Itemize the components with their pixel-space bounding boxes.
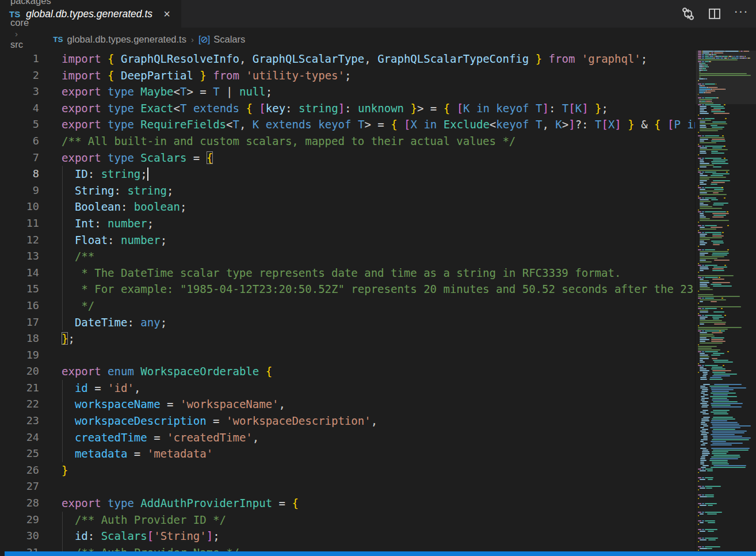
line-number[interactable]: 27 — [0, 478, 39, 495]
line-number[interactable]: 22 — [0, 396, 39, 413]
code-line-7[interactable]: 7export type Scalars = { — [0, 150, 695, 166]
code-line-16[interactable]: 16 */ — [0, 298, 695, 314]
minimap-line — [700, 496, 707, 497]
code-line-5[interactable]: 5export type RequireFields<T, K extends … — [0, 116, 695, 133]
code-line-19[interactable]: 19 — [0, 347, 695, 364]
line-number[interactable]: 4 — [0, 100, 39, 117]
code-line-13[interactable]: 13 /** — [0, 248, 695, 265]
code-token: [ — [259, 102, 265, 115]
line-number[interactable]: 2 — [0, 67, 39, 84]
code-text: /** Auth Provider Name */ — [39, 544, 695, 551]
code-line-2[interactable]: 2import { DeepPartial } from 'utility-ty… — [0, 67, 695, 84]
code-line-20[interactable]: 20export enum WorkspaceOrderable { — [0, 363, 695, 380]
code-token: } — [62, 464, 68, 477]
line-number[interactable]: 1 — [0, 51, 39, 67]
line-number[interactable]: 30 — [0, 528, 39, 544]
minimap-line — [700, 279, 704, 280]
line-number[interactable]: 25 — [0, 445, 39, 462]
line-number[interactable]: 20 — [0, 363, 39, 380]
code-line-15[interactable]: 15 * For example: "1985-04-12T23:20:50.5… — [0, 281, 695, 298]
code-line-3[interactable]: 3export type Maybe<T> = T | null; — [0, 83, 695, 100]
line-number[interactable]: 21 — [0, 380, 39, 397]
code-token: T — [180, 102, 186, 115]
code-line-30[interactable]: 30 id: Scalars['String']; — [0, 528, 695, 544]
line-number[interactable]: 26 — [0, 462, 39, 479]
line-number[interactable]: 31 — [0, 544, 39, 551]
breadcrumb-item-src[interactable]: src — [10, 39, 53, 50]
code-line-14[interactable]: 14 * The DateTime scalar type represents… — [0, 265, 695, 281]
minimap-line — [700, 488, 705, 489]
code-line-21[interactable]: 21 id = 'id', — [0, 380, 695, 397]
line-number[interactable]: 6 — [0, 133, 39, 150]
minimap-line — [713, 353, 724, 354]
line-number[interactable]: 24 — [0, 429, 39, 446]
code-editor[interactable]: 1import { GraphQLResolveInfo, GraphQLSca… — [0, 51, 695, 551]
line-number[interactable]: 3 — [0, 83, 39, 100]
line-number[interactable]: 15 — [0, 281, 39, 298]
minimap-line — [700, 203, 704, 204]
code-line-4[interactable]: 4export type Exact<T extends { [key: str… — [0, 100, 695, 117]
breadcrumb-item-core[interactable]: core — [10, 17, 53, 28]
split-editor-icon[interactable] — [705, 5, 724, 23]
code-line-9[interactable]: 9 String: string; — [0, 182, 695, 199]
breadcrumb-item-packages[interactable]: packages — [10, 0, 53, 6]
minimap-line — [712, 139, 725, 140]
line-number[interactable]: 13 — [0, 248, 39, 265]
code-line-10[interactable]: 10 Boolean: boolean; — [0, 199, 695, 215]
code-token: > = — [417, 102, 444, 115]
code-line-1[interactable]: 1import { GraphQLResolveInfo, GraphQLSca… — [0, 51, 695, 67]
breadcrumb-item-file[interactable]: TS global.db.types.generated.ts — [53, 34, 186, 45]
code-token: { — [292, 497, 298, 509]
code-line-24[interactable]: 24 createdTime = 'createdTime', — [0, 429, 695, 446]
minimap-line — [700, 215, 704, 216]
code-line-25[interactable]: 25 metadata = 'metadata' — [0, 445, 695, 462]
line-number[interactable]: 8 — [0, 166, 39, 182]
code-line-31[interactable]: 31 /** Auth Provider Name */ — [0, 544, 695, 551]
line-number[interactable]: 14 — [0, 265, 39, 281]
line-number[interactable]: 19 — [0, 347, 39, 364]
line-number[interactable]: 9 — [0, 182, 39, 199]
minimap-line — [749, 51, 749, 52]
code-line-18[interactable]: 18}; — [0, 330, 695, 347]
open-changes-icon[interactable] — [679, 5, 697, 23]
minimap-line — [702, 308, 704, 309]
line-number[interactable]: 7 — [0, 150, 39, 166]
code-line-23[interactable]: 23 workspaceDescription = 'workspaceDesc… — [0, 413, 695, 429]
code-line-22[interactable]: 22 workspaceName = 'workspaceName', — [0, 396, 695, 413]
line-number[interactable]: 10 — [0, 199, 39, 215]
breadcrumb-item-symbol[interactable]: [⊘] Scalars — [198, 34, 245, 45]
code-token: /** — [75, 250, 94, 262]
code-line-8[interactable]: 8 ID: string; — [0, 166, 695, 182]
line-number[interactable]: 5 — [0, 116, 39, 133]
minimap-line — [708, 87, 717, 88]
code-line-27[interactable]: 27 — [0, 478, 695, 495]
status-bar[interactable] — [0, 551, 756, 556]
code-line-26[interactable]: 26} — [0, 462, 695, 479]
more-actions-icon[interactable]: ··· — [732, 5, 750, 23]
code-line-17[interactable]: 17 DateTime: any; — [0, 314, 695, 331]
minimap[interactable] — [695, 51, 756, 551]
minimap-line — [700, 237, 722, 238]
code-line-12[interactable]: 12 Float: number; — [0, 232, 695, 249]
line-number[interactable]: 18 — [0, 330, 39, 347]
line-number[interactable]: 29 — [0, 512, 39, 528]
line-number[interactable]: 23 — [0, 413, 39, 429]
line-number[interactable]: 28 — [0, 495, 39, 512]
minimap-line — [706, 101, 711, 102]
minimap-line — [705, 83, 715, 85]
code-token — [62, 546, 75, 551]
code-line-6[interactable]: 6/** All built-in and custom scalars, ma… — [0, 133, 695, 150]
minimap-line — [699, 75, 751, 76]
code-line-28[interactable]: 28export type AddAuthProviderInput = { — [0, 495, 695, 512]
minimap-line — [715, 58, 715, 59]
minimap-line — [698, 115, 699, 116]
minimap-line — [705, 538, 718, 539]
line-number[interactable]: 16 — [0, 298, 39, 314]
code-line-11[interactable]: 11 Int: number; — [0, 215, 695, 232]
line-number[interactable]: 11 — [0, 215, 39, 232]
line-number[interactable]: 17 — [0, 314, 39, 331]
code-token — [62, 266, 75, 279]
code-line-29[interactable]: 29 /** Auth Provider ID */ — [0, 512, 695, 528]
line-number[interactable]: 12 — [0, 232, 39, 249]
close-tab-icon[interactable]: × — [161, 7, 173, 20]
